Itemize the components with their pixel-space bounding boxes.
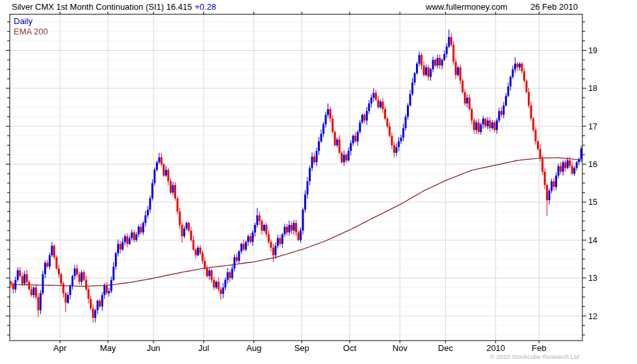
svg-text:16: 16 bbox=[588, 160, 597, 169]
chart-canvas: 1213141516171819AprMayJunJulAugSepOctNov… bbox=[0, 0, 637, 364]
chart-window: Silver CMX 1st Month Continuation (SI1) … bbox=[0, 0, 637, 364]
svg-text:Jun: Jun bbox=[147, 343, 161, 353]
svg-text:Dec: Dec bbox=[438, 343, 454, 353]
svg-text:15: 15 bbox=[588, 198, 597, 207]
svg-text:18: 18 bbox=[588, 84, 597, 93]
horizontal-gridlines bbox=[10, 22, 582, 335]
svg-text:Feb: Feb bbox=[532, 343, 546, 353]
svg-text:17: 17 bbox=[588, 122, 597, 131]
month-gridlines bbox=[60, 12, 539, 343]
svg-text:Aug: Aug bbox=[246, 343, 261, 353]
svg-text:12: 12 bbox=[588, 312, 597, 321]
svg-text:2010: 2010 bbox=[486, 343, 505, 353]
x-axis-labels: AprMayJunJulAugSepOctNovDec2010Feb bbox=[53, 343, 546, 353]
candlesticks bbox=[10, 29, 582, 322]
y-axis-labels: 1213141516171819 bbox=[588, 46, 597, 321]
svg-text:Sep: Sep bbox=[294, 343, 309, 353]
legend-item-ema200: EMA 200 bbox=[14, 27, 48, 37]
legend-item-daily: Daily bbox=[14, 16, 48, 27]
svg-text:14: 14 bbox=[588, 236, 597, 245]
chart-legend: Daily EMA 200 bbox=[14, 16, 48, 37]
svg-text:19: 19 bbox=[588, 46, 597, 55]
svg-text:Oct: Oct bbox=[343, 343, 357, 353]
plot-border bbox=[10, 14, 582, 341]
svg-text:Apr: Apr bbox=[53, 343, 67, 353]
svg-text:May: May bbox=[100, 343, 116, 353]
svg-text:Nov: Nov bbox=[393, 343, 408, 353]
svg-text:Jul: Jul bbox=[198, 343, 209, 353]
y-axis-ticks bbox=[6, 22, 586, 335]
svg-text:13: 13 bbox=[588, 274, 597, 283]
copyright-notice: © 2010 Stockcube Research Ltd bbox=[490, 353, 579, 360]
